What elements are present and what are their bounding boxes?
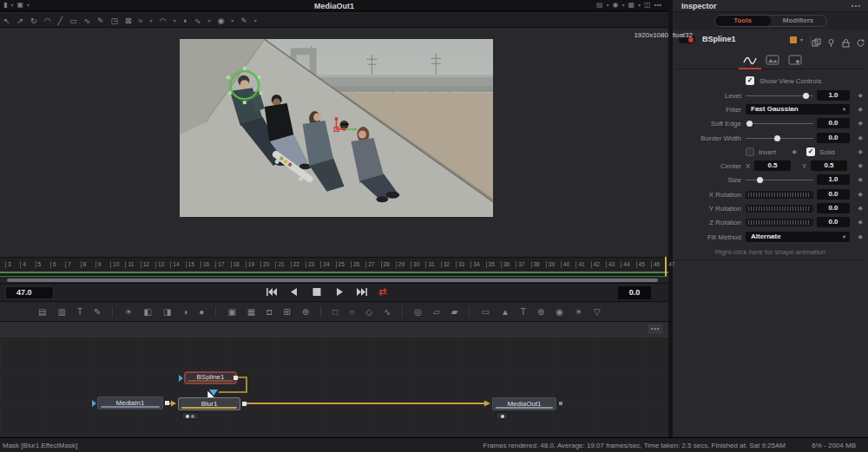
size-value[interactable]: 1.0 — [817, 174, 850, 185]
level-keyframe-icon[interactable]: ◆ — [858, 92, 863, 99]
solid-checkbox[interactable]: ✓ — [806, 147, 815, 156]
inspector-options-icon[interactable]: ••• — [852, 2, 861, 10]
snap-tool-menu-icon[interactable]: ▾ — [254, 17, 257, 23]
transform-box-tool-icon[interactable]: ◳ — [111, 16, 119, 25]
publish-points-tool-icon[interactable]: ◉ — [217, 16, 224, 25]
level-value[interactable]: 1.0 — [817, 90, 850, 101]
node-bspline1[interactable]: BSpline1 — [184, 371, 237, 384]
modify-spline-tool-icon[interactable]: ✎ — [97, 16, 104, 25]
color-curves-tool-icon[interactable]: ◧ — [143, 307, 151, 317]
mediaout1-output[interactable] — [559, 402, 562, 405]
guide-overlay-icon[interactable]: ◉ — [612, 1, 618, 9]
y-rotation-keyframe-icon[interactable]: ◆ — [858, 205, 863, 212]
color-chip-chevron-icon[interactable]: ▾ — [800, 36, 803, 43]
nodes-panel-options-icon[interactable]: ••• — [648, 324, 663, 334]
curve-tool-icon[interactable]: ◠ — [44, 16, 51, 25]
level-slider[interactable] — [746, 90, 813, 102]
smooth-spline-tool-icon[interactable]: ∿ — [83, 16, 90, 25]
option-menu-menu-icon[interactable]: ▾ — [638, 2, 641, 8]
renderer-3d-tool-icon[interactable]: ▽ — [594, 307, 601, 317]
node-blur1[interactable]: Blur1 — [178, 397, 240, 410]
ellipse-mask-tool-icon[interactable]: ○ — [349, 307, 354, 317]
border-width-slider[interactable] — [746, 133, 813, 144]
polygon-mask-tool-icon[interactable]: ◇ — [365, 307, 372, 317]
color-corrector-tool-icon[interactable]: ☀ — [124, 307, 132, 317]
channel-booleans-tool-icon[interactable]: ▦ — [247, 307, 255, 317]
tab-tools[interactable]: Tools — [715, 16, 771, 26]
tracker-tool-icon[interactable]: ◎ — [414, 307, 422, 317]
go-to-end-button[interactable] — [356, 287, 368, 297]
y-rotation-value[interactable]: 0.0 — [817, 203, 850, 213]
reduce-points-tool-menu-icon[interactable]: ▾ — [173, 17, 175, 23]
matte-control-tool-icon[interactable]: ◘ — [266, 307, 272, 317]
size-keyframe-icon[interactable]: ◆ — [858, 176, 863, 183]
pin-icon[interactable] — [826, 36, 836, 45]
paint-tool-icon[interactable]: ✎ — [94, 307, 101, 317]
image-plane-3d-tool-icon[interactable]: ▭ — [481, 307, 489, 317]
fill-method-keyframe-icon[interactable]: ◆ — [858, 233, 863, 240]
lock-icon[interactable] — [841, 36, 851, 45]
z-rotation-thumbwheel[interactable] — [746, 219, 813, 226]
z-rotation-keyframe-icon[interactable]: ◆ — [858, 219, 863, 226]
versions-icon[interactable] — [812, 36, 821, 45]
resize-tool-icon[interactable]: ⊞ — [283, 307, 290, 317]
size-slider[interactable] — [746, 174, 813, 186]
rectangle-mask-tool-icon[interactable]: □ — [332, 307, 338, 317]
node-tile-color-chip[interactable] — [790, 36, 797, 43]
spline-shape-tool-menu-icon[interactable]: ▾ — [150, 17, 153, 23]
spline-shape-tool-icon[interactable]: ≈ — [139, 16, 143, 25]
media-out-tool-icon[interactable]: ▥ — [57, 307, 65, 317]
delete-point-tool-icon[interactable]: ⊠ — [125, 16, 132, 25]
brightness-contrast-tool-icon[interactable]: ◑ — [182, 307, 187, 317]
reset-icon[interactable] — [856, 36, 865, 45]
soft-edge-slider[interactable] — [746, 118, 813, 129]
show-view-controls-checkbox[interactable]: ✓ — [746, 76, 754, 85]
viewer-options-icon[interactable]: ••• — [654, 1, 661, 9]
wave-modifier-tool-menu-icon[interactable]: ▾ — [207, 17, 210, 23]
mediaout1-subnode-box[interactable] — [496, 412, 509, 420]
filter-dropdown[interactable]: Fast Gaussian▾ — [746, 104, 850, 115]
solid-keyframe-icon[interactable]: ◆ — [858, 148, 863, 155]
tab-image-icon[interactable] — [763, 53, 782, 66]
node-mediaout1[interactable]: MediaOut1 — [492, 397, 556, 410]
display-mode-icon[interactable]: ▤ — [596, 1, 603, 9]
planar-transform-tool-icon[interactable]: ▰ — [451, 307, 458, 317]
border-width-value[interactable]: 0.0 — [817, 133, 850, 143]
x-rotation-keyframe-icon[interactable]: ◆ — [858, 191, 863, 198]
z-rotation-value[interactable]: 0.0 — [817, 217, 850, 227]
invert-checkbox[interactable] — [746, 147, 754, 156]
border-width-keyframe-icon[interactable]: ◆ — [858, 134, 863, 141]
timeline-ruler[interactable]: 3456789101112131415161718192021222324252… — [0, 257, 668, 272]
fill-method-dropdown[interactable]: Alternate▾ — [746, 232, 850, 242]
x-rotation-thumbwheel[interactable] — [746, 191, 813, 199]
shape-3d-tool-icon[interactable]: ▲ — [501, 307, 510, 317]
tab-controls-spline-icon[interactable] — [740, 53, 760, 66]
insert-point-tool-icon[interactable]: ↗ — [17, 16, 24, 25]
x-rotation-value[interactable]: 0.0 — [817, 189, 850, 200]
playback-speed-field[interactable]: 0.0 — [618, 286, 651, 299]
shape-animation-hint[interactable]: Right-click here for shape animation — [673, 248, 868, 256]
go-to-start-button[interactable] — [266, 287, 278, 297]
timeline-scrollbar[interactable] — [0, 277, 668, 283]
media-in-tool-icon[interactable]: ▤ — [38, 307, 46, 317]
camera-3d-tool-icon[interactable]: ◉ — [556, 307, 563, 317]
play-button[interactable] — [333, 287, 345, 297]
dual-viewer-icon[interactable]: ◫ — [644, 1, 651, 9]
blur-tool-icon[interactable]: ● — [199, 307, 204, 317]
guide-overlay-menu-icon[interactable]: ▾ — [621, 2, 624, 8]
play-reverse-button[interactable] — [288, 287, 300, 297]
marquee-select-tool-icon[interactable]: ▭ — [69, 16, 77, 25]
center-x-value[interactable]: 0.5 — [754, 160, 791, 171]
bspline1-output[interactable] — [233, 376, 238, 380]
center-keyframe-icon[interactable]: ◆ — [858, 162, 863, 169]
filter-keyframe-icon[interactable]: ◆ — [858, 106, 863, 113]
mediain1-output[interactable] — [165, 401, 169, 405]
loop-button[interactable]: ⇄ — [378, 287, 386, 297]
panel-divider[interactable] — [668, 0, 673, 437]
soft-edge-value[interactable]: 0.0 — [817, 118, 850, 128]
blur1-subnode-box[interactable] — [181, 412, 199, 420]
rotate-tool-icon[interactable]: ↻ — [30, 16, 37, 25]
stop-button[interactable] — [311, 287, 323, 297]
shape-d-tool-icon[interactable]: ◗ — [182, 16, 187, 25]
playhead[interactable] — [665, 257, 667, 276]
